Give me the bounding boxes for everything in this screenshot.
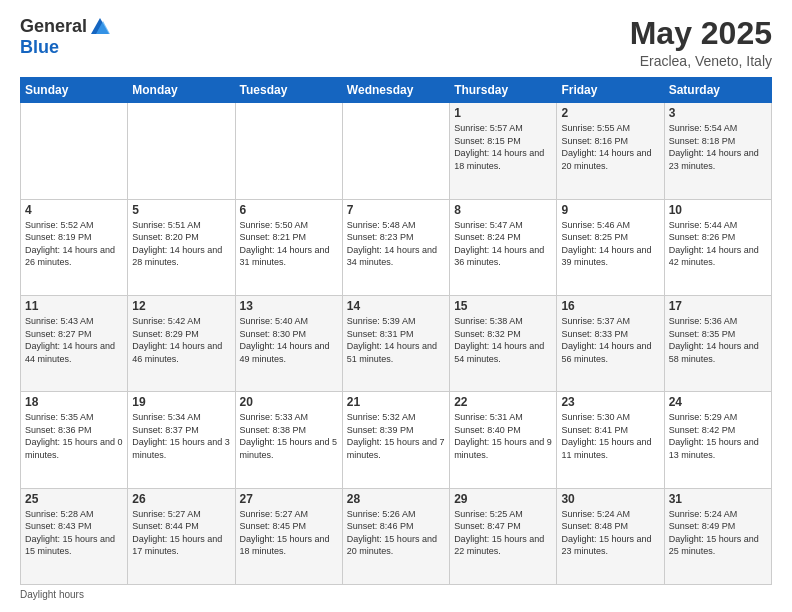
table-row bbox=[235, 103, 342, 199]
table-row: 13Sunrise: 5:40 AMSunset: 8:30 PMDayligh… bbox=[235, 295, 342, 391]
day-number: 26 bbox=[132, 492, 230, 506]
day-number: 18 bbox=[25, 395, 123, 409]
cell-info: Sunrise: 5:38 AMSunset: 8:32 PMDaylight:… bbox=[454, 316, 544, 364]
table-row: 6Sunrise: 5:50 AMSunset: 8:21 PMDaylight… bbox=[235, 199, 342, 295]
cell-info: Sunrise: 5:35 AMSunset: 8:36 PMDaylight:… bbox=[25, 412, 123, 460]
calendar-week-row: 1Sunrise: 5:57 AMSunset: 8:15 PMDaylight… bbox=[21, 103, 772, 199]
day-number: 31 bbox=[669, 492, 767, 506]
logo-icon bbox=[89, 16, 111, 38]
table-row: 15Sunrise: 5:38 AMSunset: 8:32 PMDayligh… bbox=[450, 295, 557, 391]
header: General Blue May 2025 Eraclea, Veneto, I… bbox=[20, 16, 772, 69]
table-row: 29Sunrise: 5:25 AMSunset: 8:47 PMDayligh… bbox=[450, 488, 557, 584]
day-number: 7 bbox=[347, 203, 445, 217]
cell-info: Sunrise: 5:28 AMSunset: 8:43 PMDaylight:… bbox=[25, 509, 115, 557]
subtitle: Eraclea, Veneto, Italy bbox=[630, 53, 772, 69]
cell-info: Sunrise: 5:48 AMSunset: 8:23 PMDaylight:… bbox=[347, 220, 437, 268]
table-row: 22Sunrise: 5:31 AMSunset: 8:40 PMDayligh… bbox=[450, 392, 557, 488]
day-number: 9 bbox=[561, 203, 659, 217]
day-number: 2 bbox=[561, 106, 659, 120]
table-row: 28Sunrise: 5:26 AMSunset: 8:46 PMDayligh… bbox=[342, 488, 449, 584]
col-friday: Friday bbox=[557, 78, 664, 103]
cell-info: Sunrise: 5:47 AMSunset: 8:24 PMDaylight:… bbox=[454, 220, 544, 268]
table-row: 10Sunrise: 5:44 AMSunset: 8:26 PMDayligh… bbox=[664, 199, 771, 295]
cell-info: Sunrise: 5:46 AMSunset: 8:25 PMDaylight:… bbox=[561, 220, 651, 268]
day-number: 19 bbox=[132, 395, 230, 409]
day-number: 12 bbox=[132, 299, 230, 313]
cell-info: Sunrise: 5:54 AMSunset: 8:18 PMDaylight:… bbox=[669, 123, 759, 171]
day-number: 6 bbox=[240, 203, 338, 217]
day-number: 15 bbox=[454, 299, 552, 313]
title-block: May 2025 Eraclea, Veneto, Italy bbox=[630, 16, 772, 69]
table-row: 7Sunrise: 5:48 AMSunset: 8:23 PMDaylight… bbox=[342, 199, 449, 295]
calendar-week-row: 11Sunrise: 5:43 AMSunset: 8:27 PMDayligh… bbox=[21, 295, 772, 391]
day-number: 24 bbox=[669, 395, 767, 409]
footer-note: Daylight hours bbox=[20, 589, 772, 600]
table-row: 20Sunrise: 5:33 AMSunset: 8:38 PMDayligh… bbox=[235, 392, 342, 488]
cell-info: Sunrise: 5:32 AMSunset: 8:39 PMDaylight:… bbox=[347, 412, 445, 460]
logo-blue-text: Blue bbox=[20, 38, 111, 58]
table-row: 19Sunrise: 5:34 AMSunset: 8:37 PMDayligh… bbox=[128, 392, 235, 488]
calendar-header-row: Sunday Monday Tuesday Wednesday Thursday… bbox=[21, 78, 772, 103]
table-row: 9Sunrise: 5:46 AMSunset: 8:25 PMDaylight… bbox=[557, 199, 664, 295]
table-row: 1Sunrise: 5:57 AMSunset: 8:15 PMDaylight… bbox=[450, 103, 557, 199]
table-row: 21Sunrise: 5:32 AMSunset: 8:39 PMDayligh… bbox=[342, 392, 449, 488]
col-thursday: Thursday bbox=[450, 78, 557, 103]
day-number: 25 bbox=[25, 492, 123, 506]
table-row: 26Sunrise: 5:27 AMSunset: 8:44 PMDayligh… bbox=[128, 488, 235, 584]
day-number: 8 bbox=[454, 203, 552, 217]
cell-info: Sunrise: 5:55 AMSunset: 8:16 PMDaylight:… bbox=[561, 123, 651, 171]
cell-info: Sunrise: 5:24 AMSunset: 8:48 PMDaylight:… bbox=[561, 509, 651, 557]
day-number: 23 bbox=[561, 395, 659, 409]
cell-info: Sunrise: 5:40 AMSunset: 8:30 PMDaylight:… bbox=[240, 316, 330, 364]
cell-info: Sunrise: 5:33 AMSunset: 8:38 PMDaylight:… bbox=[240, 412, 338, 460]
day-number: 30 bbox=[561, 492, 659, 506]
calendar-week-row: 18Sunrise: 5:35 AMSunset: 8:36 PMDayligh… bbox=[21, 392, 772, 488]
table-row: 23Sunrise: 5:30 AMSunset: 8:41 PMDayligh… bbox=[557, 392, 664, 488]
table-row: 27Sunrise: 5:27 AMSunset: 8:45 PMDayligh… bbox=[235, 488, 342, 584]
table-row: 14Sunrise: 5:39 AMSunset: 8:31 PMDayligh… bbox=[342, 295, 449, 391]
table-row bbox=[128, 103, 235, 199]
cell-info: Sunrise: 5:51 AMSunset: 8:20 PMDaylight:… bbox=[132, 220, 222, 268]
col-tuesday: Tuesday bbox=[235, 78, 342, 103]
cell-info: Sunrise: 5:25 AMSunset: 8:47 PMDaylight:… bbox=[454, 509, 544, 557]
table-row: 25Sunrise: 5:28 AMSunset: 8:43 PMDayligh… bbox=[21, 488, 128, 584]
cell-info: Sunrise: 5:57 AMSunset: 8:15 PMDaylight:… bbox=[454, 123, 544, 171]
day-number: 13 bbox=[240, 299, 338, 313]
day-number: 4 bbox=[25, 203, 123, 217]
table-row: 24Sunrise: 5:29 AMSunset: 8:42 PMDayligh… bbox=[664, 392, 771, 488]
page: General Blue May 2025 Eraclea, Veneto, I… bbox=[0, 0, 792, 612]
cell-info: Sunrise: 5:27 AMSunset: 8:45 PMDaylight:… bbox=[240, 509, 330, 557]
cell-info: Sunrise: 5:34 AMSunset: 8:37 PMDaylight:… bbox=[132, 412, 230, 460]
month-title: May 2025 bbox=[630, 16, 772, 51]
day-number: 5 bbox=[132, 203, 230, 217]
table-row: 5Sunrise: 5:51 AMSunset: 8:20 PMDaylight… bbox=[128, 199, 235, 295]
cell-info: Sunrise: 5:31 AMSunset: 8:40 PMDaylight:… bbox=[454, 412, 552, 460]
calendar-week-row: 4Sunrise: 5:52 AMSunset: 8:19 PMDaylight… bbox=[21, 199, 772, 295]
cell-info: Sunrise: 5:27 AMSunset: 8:44 PMDaylight:… bbox=[132, 509, 222, 557]
cell-info: Sunrise: 5:50 AMSunset: 8:21 PMDaylight:… bbox=[240, 220, 330, 268]
table-row: 11Sunrise: 5:43 AMSunset: 8:27 PMDayligh… bbox=[21, 295, 128, 391]
day-number: 16 bbox=[561, 299, 659, 313]
col-monday: Monday bbox=[128, 78, 235, 103]
cell-info: Sunrise: 5:29 AMSunset: 8:42 PMDaylight:… bbox=[669, 412, 759, 460]
table-row: 12Sunrise: 5:42 AMSunset: 8:29 PMDayligh… bbox=[128, 295, 235, 391]
col-wednesday: Wednesday bbox=[342, 78, 449, 103]
day-number: 10 bbox=[669, 203, 767, 217]
day-number: 27 bbox=[240, 492, 338, 506]
day-number: 29 bbox=[454, 492, 552, 506]
table-row: 18Sunrise: 5:35 AMSunset: 8:36 PMDayligh… bbox=[21, 392, 128, 488]
table-row: 4Sunrise: 5:52 AMSunset: 8:19 PMDaylight… bbox=[21, 199, 128, 295]
day-number: 11 bbox=[25, 299, 123, 313]
day-number: 22 bbox=[454, 395, 552, 409]
table-row: 3Sunrise: 5:54 AMSunset: 8:18 PMDaylight… bbox=[664, 103, 771, 199]
col-sunday: Sunday bbox=[21, 78, 128, 103]
cell-info: Sunrise: 5:36 AMSunset: 8:35 PMDaylight:… bbox=[669, 316, 759, 364]
table-row: 2Sunrise: 5:55 AMSunset: 8:16 PMDaylight… bbox=[557, 103, 664, 199]
logo: General Blue bbox=[20, 16, 111, 58]
cell-info: Sunrise: 5:26 AMSunset: 8:46 PMDaylight:… bbox=[347, 509, 437, 557]
day-number: 28 bbox=[347, 492, 445, 506]
cell-info: Sunrise: 5:39 AMSunset: 8:31 PMDaylight:… bbox=[347, 316, 437, 364]
table-row bbox=[21, 103, 128, 199]
cell-info: Sunrise: 5:43 AMSunset: 8:27 PMDaylight:… bbox=[25, 316, 115, 364]
cell-info: Sunrise: 5:52 AMSunset: 8:19 PMDaylight:… bbox=[25, 220, 115, 268]
